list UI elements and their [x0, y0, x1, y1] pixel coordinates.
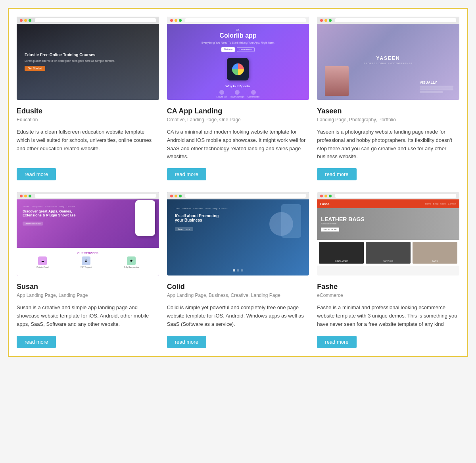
read-more-button-ca[interactable]: read more: [167, 168, 206, 180]
yaseen-name: YASEEN: [376, 55, 400, 61]
fashe-product-label-2: WATCHES: [383, 260, 393, 262]
yaseen-mockup-content: YASEEN PROFESSIONAL PHOTOGRAPHER VISUALL…: [317, 24, 459, 100]
read-more-button-colid[interactable]: read more: [167, 336, 206, 348]
read-more-button-fashe[interactable]: read more: [317, 336, 356, 348]
susan-phone-mockup: [135, 200, 155, 236]
fashe-product-label-3: BAGS: [432, 260, 438, 262]
card-tags-ca: Creative, Landing Page, One Page: [167, 117, 309, 122]
card-desc-susan: Susan is a creative and simple app landi…: [17, 304, 159, 328]
fashe-hero: LEATHER BAGS New collection SHOP NOW: [317, 208, 459, 240]
susan-services-section: OUR SERVICES ☁ Data in Cloud ⚙ 24/7 Supp…: [17, 248, 159, 276]
card-image-colid: ColidServicesFeaturesTeamBlogContact It'…: [167, 192, 309, 276]
fashe-product-bags: BAGS: [413, 242, 457, 264]
card-desc-fashe: Fashe is a minimal and professional look…: [317, 304, 459, 328]
card-desc-ca: CA is a minimal and modern looking websi…: [167, 128, 309, 161]
ca-mockup-subtitle: Everything You Need To Start Making Your…: [202, 41, 274, 44]
edusite-mockup-btn: Get Started: [25, 66, 45, 71]
yaseen-photo: [325, 66, 349, 96]
card-tags-edusite: Education: [17, 117, 159, 122]
card-desc-yaseen: Yaseen is a photography website landing …: [317, 128, 459, 161]
card-ca: Ca. Colorlib app Everything You Need To …: [167, 17, 309, 180]
read-more-button-susan[interactable]: read more: [17, 336, 56, 348]
card-title-colid: Colid: [167, 283, 309, 291]
card-tags-fashe: eCommerce: [317, 293, 459, 298]
card-grid: Edusite Free Online Training Courses Lor…: [17, 17, 459, 348]
card-tags-susan: App Landing Page, Landing Page: [17, 293, 159, 298]
card-image-fashe: Fashe. Home Shop About Contact LEATHER B…: [317, 192, 459, 276]
fashe-mockup-content: Fashe. Home Shop About Contact LEATHER B…: [317, 199, 459, 276]
yaseen-desc-3: [420, 91, 443, 93]
read-more-button-edusite[interactable]: read more: [17, 168, 56, 180]
yaseen-sub: PROFESSIONAL PHOTOGRAPHER: [364, 62, 413, 65]
card-image-edusite: Edusite Free Online Training Courses Lor…: [17, 17, 159, 100]
card-fashe: Fashe. Home Shop About Contact LEATHER B…: [317, 192, 459, 348]
susan-services-title: OUR SERVICES: [21, 252, 155, 254]
card-image-yaseen: YASEEN PROFESSIONAL PHOTOGRAPHER VISUALL…: [317, 17, 459, 100]
card-image-ca: Ca. Colorlib app Everything You Need To …: [167, 17, 309, 100]
fashe-product-watches: WATCHES: [366, 242, 411, 264]
fashe-products: SUNGLASSES WATCHES BAGS: [317, 240, 459, 266]
card-title-ca: CA App Landing: [167, 107, 309, 115]
card-tags-colid: App Landing Page, Business, Creative, La…: [167, 293, 309, 298]
card-susan: SusanTemplatesShortcodesBlogContact Disc…: [17, 192, 159, 348]
ca-mockup-title: Colorlib app: [219, 32, 256, 39]
card-image-susan: SusanTemplatesShortcodesBlogContact Disc…: [17, 192, 159, 276]
edusite-mockup-title: Edusite Free Online Training Courses: [25, 53, 151, 57]
main-container: Edusite Free Online Training Courses Lor…: [8, 8, 468, 357]
card-edusite: Edusite Free Online Training Courses Lor…: [17, 17, 159, 180]
card-title-yaseen: Yaseen: [317, 107, 459, 115]
fashe-product-label-1: SUNGLASSES: [335, 260, 348, 262]
ca-phone-mockup: [227, 58, 249, 80]
card-title-susan: Susan: [17, 283, 159, 291]
yaseen-visually: VISUALLY: [420, 80, 453, 84]
fashe-logo: Fashe.: [320, 202, 330, 206]
card-tags-yaseen: Landing Page, Photography, Portfolio: [317, 117, 459, 122]
susan-icons-row: ☁ Data in Cloud ⚙ 24/7 Support ★ Fully R…: [21, 256, 155, 268]
yaseen-desc-1: [420, 86, 453, 88]
fashe-header: Fashe. Home Shop About Contact: [317, 199, 459, 208]
yaseen-desc-2: [420, 88, 453, 90]
card-desc-edusite: Edusite is a clean fullscreen education …: [17, 128, 159, 161]
card-yaseen: YASEEN PROFESSIONAL PHOTOGRAPHER VISUALL…: [317, 17, 459, 180]
edusite-mockup-text: Lorem placeholder text for description a…: [25, 59, 151, 63]
fashe-product-sunglasses: SUNGLASSES: [319, 242, 364, 264]
fashe-hero-text: LEATHER BAGS: [321, 216, 364, 222]
card-colid: ColidServicesFeaturesTeamBlogContact It'…: [167, 192, 309, 348]
card-title-fashe: Fashe: [317, 283, 459, 291]
yaseen-text-block: VISUALLY: [420, 80, 453, 94]
card-title-edusite: Edusite: [17, 107, 159, 115]
colid-headline: It's all about Promoting your Business: [175, 214, 223, 222]
card-desc-colid: Colid is simple yet powerful and complet…: [167, 304, 309, 328]
read-more-button-yaseen[interactable]: read more: [317, 168, 356, 180]
